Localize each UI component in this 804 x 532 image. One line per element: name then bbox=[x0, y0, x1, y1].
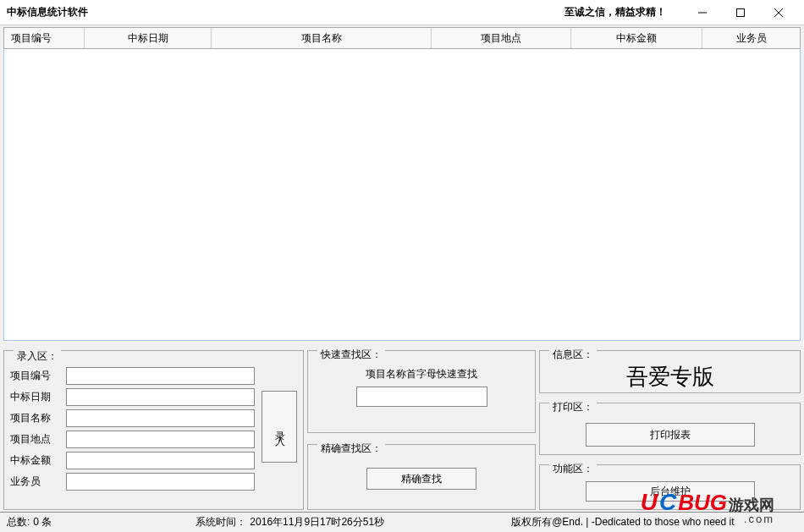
status-total: 总数: 0 条 bbox=[7, 515, 52, 529]
minimize-button[interactable] bbox=[683, 3, 721, 23]
info-panel: 信息区： 吾爱专版 bbox=[539, 344, 801, 393]
form-row-project-number: 项目编号 bbox=[10, 367, 255, 385]
print-panel: 打印区： 打印报表 bbox=[539, 397, 801, 455]
form-row-bid-amount: 中标金额 bbox=[10, 452, 255, 469]
backend-maintenance-button[interactable]: 后台维护 bbox=[586, 481, 755, 502]
titlebar-right: 至诚之信，精益求精！ bbox=[564, 3, 797, 23]
slogan: 至诚之信，精益求精！ bbox=[564, 5, 666, 19]
col-project-name[interactable]: 项目名称 bbox=[212, 28, 432, 48]
status-total-label: 总数: bbox=[7, 515, 30, 529]
right-panels: 信息区： 吾爱专版 打印区： 打印报表 功能区： 后台维护 bbox=[539, 344, 801, 510]
col-project-location[interactable]: 项目地点 bbox=[432, 28, 571, 48]
col-salesperson[interactable]: 业务员 bbox=[702, 28, 800, 48]
status-copyright: 版权所有@End. | -Dedicated to those who need… bbox=[511, 515, 734, 529]
col-project-number[interactable]: 项目编号 bbox=[4, 28, 85, 48]
svg-rect-1 bbox=[736, 8, 744, 16]
form-row-project-name: 项目名称 bbox=[10, 409, 255, 427]
statusbar: 总数: 0 条 系统时间： 2016年11月9日17时26分51秒 版权所有@E… bbox=[0, 512, 804, 532]
form-row-salesperson: 业务员 bbox=[10, 473, 255, 491]
quick-search-text: 项目名称首字母快速查找 bbox=[314, 367, 529, 381]
form-row-bid-date: 中标日期 bbox=[10, 388, 255, 406]
submit-button[interactable]: 录入 bbox=[262, 391, 297, 463]
label-project-number: 项目编号 bbox=[10, 369, 59, 383]
label-project-location: 项目地点 bbox=[10, 432, 59, 447]
input-bid-date[interactable] bbox=[66, 388, 255, 406]
func-panel: 功能区： 后台维护 bbox=[539, 458, 801, 510]
label-salesperson: 业务员 bbox=[10, 474, 59, 489]
exact-search-label: 精确查找区： bbox=[317, 442, 385, 456]
print-report-button[interactable]: 打印报表 bbox=[586, 423, 755, 447]
input-project-number[interactable] bbox=[66, 367, 255, 385]
col-bid-date[interactable]: 中标日期 bbox=[85, 28, 212, 48]
print-panel-label: 打印区： bbox=[549, 400, 597, 414]
info-text: 吾爱专版 bbox=[546, 362, 794, 392]
form-row-project-location: 项目地点 bbox=[10, 431, 255, 448]
app-title: 中标信息统计软件 bbox=[7, 5, 88, 19]
input-project-location[interactable] bbox=[66, 431, 255, 448]
col-bid-amount[interactable]: 中标金额 bbox=[571, 28, 702, 48]
status-copyright-text: 版权所有@End. | -Dedicated to those who need… bbox=[511, 515, 734, 529]
bottom-area: 录入区： 项目编号 中标日期 项目名称 项目地点 bbox=[0, 341, 804, 510]
table-body[interactable] bbox=[3, 49, 801, 341]
close-button[interactable] bbox=[759, 3, 797, 23]
exact-search-panel: 精确查找区： 精确查找 bbox=[307, 438, 536, 510]
info-panel-label: 信息区： bbox=[549, 348, 597, 362]
input-salesperson[interactable] bbox=[66, 473, 255, 491]
input-panel: 录入区： 项目编号 中标日期 项目名称 项目地点 bbox=[3, 344, 304, 510]
search-panels: 快速查找区： 项目名称首字母快速查找 精确查找区： 精确查找 bbox=[307, 344, 536, 510]
func-panel-label: 功能区： bbox=[549, 462, 597, 476]
status-time-label: 系统时间： bbox=[195, 515, 246, 529]
quick-search-input[interactable] bbox=[356, 387, 487, 407]
label-project-name: 项目名称 bbox=[10, 411, 59, 425]
status-time-value: 2016年11月9日17时26分51秒 bbox=[250, 515, 384, 529]
window-controls bbox=[683, 3, 797, 23]
input-panel-label: 录入区： bbox=[14, 349, 61, 364]
status-time: 系统时间： 2016年11月9日17时26分51秒 bbox=[195, 515, 384, 529]
label-bid-amount: 中标金额 bbox=[10, 453, 59, 468]
input-bid-amount[interactable] bbox=[66, 452, 255, 469]
status-total-value: 0 条 bbox=[33, 515, 52, 529]
quick-search-panel: 快速查找区： 项目名称首字母快速查找 bbox=[307, 344, 536, 433]
exact-search-button[interactable]: 精确查找 bbox=[366, 468, 476, 490]
input-project-name[interactable] bbox=[66, 409, 255, 427]
titlebar: 中标信息统计软件 至诚之信，精益求精！ bbox=[0, 0, 804, 25]
maximize-button[interactable] bbox=[721, 3, 759, 23]
table-header: 项目编号 中标日期 项目名称 项目地点 中标金额 业务员 bbox=[3, 27, 801, 49]
label-bid-date: 中标日期 bbox=[10, 390, 59, 404]
quick-search-label: 快速查找区： bbox=[317, 348, 385, 362]
